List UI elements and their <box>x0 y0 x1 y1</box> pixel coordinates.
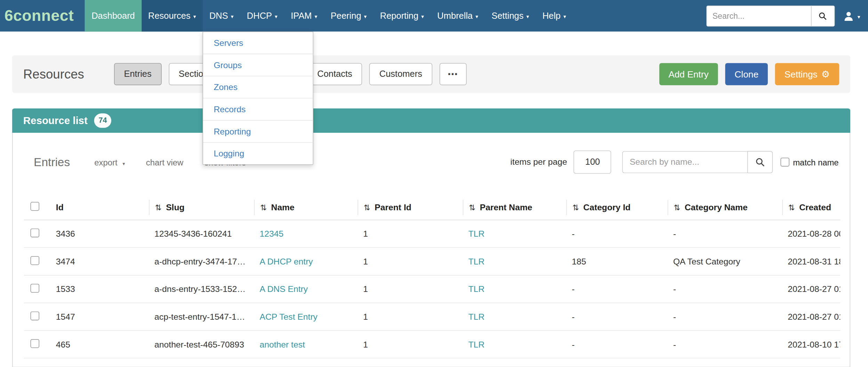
column-header-slug[interactable]: ⇅ Slug <box>149 199 254 215</box>
nav-item-dhcp[interactable]: DHCP ▾ <box>240 0 284 32</box>
tab-customers[interactable]: Customers <box>369 63 432 85</box>
tab-more[interactable]: ⋯ <box>439 63 466 85</box>
cell-parent-id: 1 <box>357 340 463 350</box>
nav-item-label: Reporting <box>380 11 418 21</box>
app-root: 6connect Dashboard Resources ▾ DNS ▾ DHC… <box>0 0 868 367</box>
name-search-group <box>622 151 773 173</box>
cell-created: 2021-08-28 00 <box>782 229 840 239</box>
cell-name: 12345 <box>254 229 358 239</box>
parent-link[interactable]: TLR <box>468 229 485 238</box>
match-name-label: match name <box>793 157 838 167</box>
chevron-down-icon: ▾ <box>193 13 196 19</box>
gear-icon: ⚙ <box>821 68 830 80</box>
parent-link[interactable]: TLR <box>468 312 485 321</box>
cell-id: 3436 <box>50 229 149 239</box>
cell-parent-id: 1 <box>357 312 463 322</box>
name-search-input[interactable] <box>622 151 748 173</box>
table-row: 3474 a-dhcp-entry-3474-17… A DHCP entry … <box>24 248 840 276</box>
global-search-button[interactable] <box>811 6 834 26</box>
menu-item-zones[interactable]: Zones <box>203 76 313 99</box>
search-icon <box>818 11 827 20</box>
cell-name: A DNS Entry <box>254 284 358 294</box>
row-checkbox[interactable] <box>31 228 39 237</box>
cell-category-id: - <box>566 312 667 322</box>
cell-category-name: - <box>668 312 782 322</box>
global-search-input[interactable] <box>707 6 811 25</box>
column-label: Category Id <box>583 202 630 212</box>
add-entry-button[interactable]: Add Entry <box>659 63 718 85</box>
parent-link[interactable]: TLR <box>468 340 485 349</box>
row-checkbox[interactable] <box>31 311 39 320</box>
tab-contacts[interactable]: Contacts <box>307 63 362 85</box>
cell-category-name: - <box>668 340 782 350</box>
entry-link[interactable]: A DHCP entry <box>260 256 313 266</box>
column-header-category-name[interactable]: ⇅ Category Name <box>668 199 782 215</box>
nav-item-ipam[interactable]: IPAM ▾ <box>284 0 324 32</box>
tab-entries[interactable]: Entries <box>114 63 162 85</box>
cell-slug: a-dns-entry-1533-152… <box>149 284 254 294</box>
column-label: Id <box>56 202 64 212</box>
export-dropdown[interactable]: export ▾ <box>94 157 125 167</box>
menu-item-reporting[interactable]: Reporting <box>203 121 313 143</box>
nav-item-dns[interactable]: DNS ▾ <box>203 0 240 32</box>
cell-created: 2021-08-27 01 <box>782 312 840 322</box>
cell-slug: 12345-3436-160241 <box>149 229 254 239</box>
export-label: export <box>94 157 117 167</box>
nav-item-umbrella[interactable]: Umbrella ▾ <box>431 0 485 32</box>
column-label: Name <box>271 202 295 212</box>
entry-link[interactable]: ACP Test Entry <box>260 312 318 321</box>
cell-created: 2021-08-31 18 <box>782 256 840 267</box>
column-header-name[interactable]: ⇅ Name <box>254 199 358 215</box>
select-all-checkbox[interactable] <box>31 202 39 210</box>
column-header-id: Id <box>50 199 149 215</box>
row-checkbox[interactable] <box>31 256 39 264</box>
column-label: Parent Id <box>375 202 411 212</box>
nav-item-reporting[interactable]: Reporting ▾ <box>373 0 431 32</box>
cell-id: 3474 <box>50 256 149 267</box>
entry-link[interactable]: 12345 <box>260 229 284 238</box>
name-search-button[interactable] <box>748 151 773 173</box>
settings-button[interactable]: Settings ⚙ <box>775 63 839 85</box>
entries-table: Id ⇅ Slug ⇅ Name ⇅ Parent Id ⇅ Parent Na… <box>24 195 840 358</box>
items-per-page-input[interactable] <box>574 150 611 174</box>
match-name-checkbox[interactable] <box>781 158 789 166</box>
chevron-down-icon: ▾ <box>231 13 234 19</box>
row-checkbox[interactable] <box>31 284 39 292</box>
row-checkbox[interactable] <box>31 339 39 348</box>
clone-button[interactable]: Clone <box>725 63 768 85</box>
resource-list-title: Resource list <box>23 115 88 127</box>
column-header-created[interactable]: ⇅ Created <box>782 199 840 215</box>
cell-parent-name: TLR <box>463 312 566 322</box>
menu-item-servers[interactable]: Servers <box>203 32 313 54</box>
nav-item-dashboard[interactable]: Dashboard <box>85 0 142 32</box>
nav-item-label: Resources <box>148 11 191 21</box>
cell-name: A DHCP entry <box>254 256 358 267</box>
nav-item-resources[interactable]: Resources ▾ <box>142 0 203 32</box>
nav-item-peering[interactable]: Peering ▾ <box>324 0 373 32</box>
parent-link[interactable]: TLR <box>468 284 485 293</box>
app-logo: 6connect <box>0 0 85 32</box>
column-header-parent-name[interactable]: ⇅ Parent Name <box>463 199 566 215</box>
nav-item-settings[interactable]: Settings ▾ <box>485 0 536 32</box>
row-select-cell <box>24 284 50 295</box>
menu-item-logging[interactable]: Logging <box>203 143 313 164</box>
menu-item-records[interactable]: Records <box>203 98 313 121</box>
cell-parent-name: TLR <box>463 284 566 294</box>
nav-item-label: Help <box>542 11 561 21</box>
cell-category-name: - <box>668 284 782 294</box>
sort-icon: ⇅ <box>364 203 370 211</box>
entry-link[interactable]: another test <box>260 340 305 349</box>
cell-parent-id: 1 <box>357 229 463 239</box>
chart-view-link[interactable]: chart view <box>146 157 183 167</box>
sort-icon: ⇅ <box>469 203 475 211</box>
column-header-parent-id[interactable]: ⇅ Parent Id <box>357 199 463 215</box>
nav-item-help[interactable]: Help ▾ <box>536 0 573 32</box>
cell-created: 2021-08-10 17 <box>782 340 840 350</box>
entry-link[interactable]: A DNS Entry <box>260 284 308 293</box>
parent-link[interactable]: TLR <box>468 256 485 266</box>
user-menu[interactable]: ▾ <box>843 10 860 22</box>
resources-header-band: Resources Entries Sections Contacts Cust… <box>12 55 850 93</box>
menu-item-groups[interactable]: Groups <box>203 54 313 76</box>
column-header-category-id[interactable]: ⇅ Category Id <box>566 199 667 215</box>
main-nav: Dashboard Resources ▾ DNS ▾ DHCP ▾ IPAM … <box>85 0 573 32</box>
